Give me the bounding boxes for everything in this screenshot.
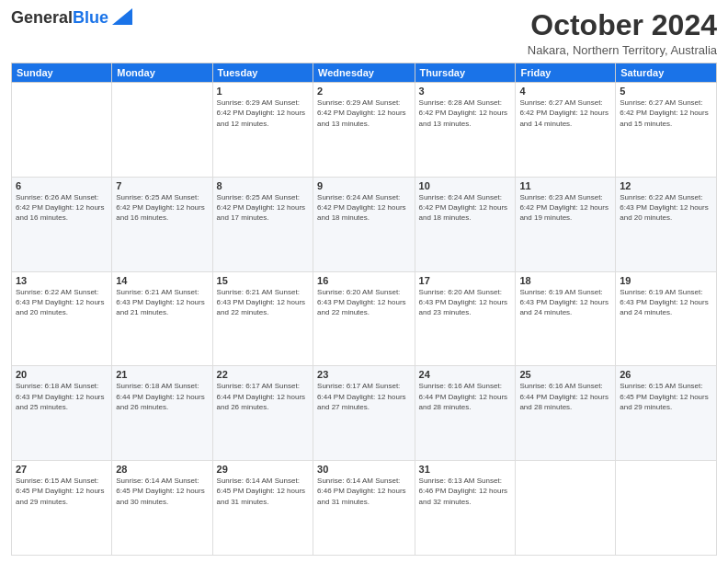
header-sunday: Sunday	[12, 63, 112, 83]
day-number: 27	[16, 464, 108, 475]
day-number: 20	[16, 369, 108, 380]
day-info: Sunrise: 6:14 AM Sunset: 6:45 PM Dayligh…	[217, 476, 309, 507]
header-wednesday: Wednesday	[313, 63, 415, 83]
day-info: Sunrise: 6:24 AM Sunset: 6:42 PM Dayligh…	[317, 192, 411, 224]
day-number: 10	[419, 180, 512, 191]
calendar-cell: 13Sunrise: 6:22 AM Sunset: 6:43 PM Dayli…	[12, 271, 112, 366]
calendar-cell: 29Sunrise: 6:14 AM Sunset: 6:45 PM Dayli…	[212, 461, 313, 556]
day-number: 15	[217, 275, 309, 286]
calendar-cell	[516, 461, 616, 556]
day-number: 2	[317, 86, 411, 97]
day-info: Sunrise: 6:13 AM Sunset: 6:46 PM Dayligh…	[419, 476, 512, 507]
day-info: Sunrise: 6:26 AM Sunset: 6:42 PM Dayligh…	[16, 192, 108, 224]
day-number: 12	[620, 180, 712, 191]
calendar-week-2: 13Sunrise: 6:22 AM Sunset: 6:43 PM Dayli…	[12, 271, 717, 366]
calendar-cell: 27Sunrise: 6:15 AM Sunset: 6:45 PM Dayli…	[12, 461, 112, 556]
calendar-cell: 25Sunrise: 6:16 AM Sunset: 6:44 PM Dayli…	[516, 366, 616, 461]
header: GeneralBlue October 2024 Nakara, Norther…	[11, 9, 717, 57]
header-tuesday: Tuesday	[212, 63, 313, 83]
day-number: 8	[217, 180, 309, 191]
calendar-cell: 21Sunrise: 6:18 AM Sunset: 6:44 PM Dayli…	[112, 366, 212, 461]
day-number: 11	[519, 180, 611, 191]
calendar-cell: 10Sunrise: 6:24 AM Sunset: 6:42 PM Dayli…	[415, 177, 516, 271]
calendar-cell: 4Sunrise: 6:27 AM Sunset: 6:42 PM Daylig…	[516, 83, 616, 178]
day-info: Sunrise: 6:25 AM Sunset: 6:42 PM Dayligh…	[217, 192, 309, 224]
day-info: Sunrise: 6:15 AM Sunset: 6:45 PM Dayligh…	[16, 476, 108, 507]
day-number: 29	[217, 464, 309, 475]
day-number: 21	[116, 369, 208, 380]
day-info: Sunrise: 6:21 AM Sunset: 6:43 PM Dayligh…	[217, 287, 309, 318]
calendar-cell	[12, 83, 112, 178]
calendar-cell: 17Sunrise: 6:20 AM Sunset: 6:43 PM Dayli…	[415, 271, 516, 366]
day-number: 7	[116, 180, 208, 191]
day-info: Sunrise: 6:20 AM Sunset: 6:43 PM Dayligh…	[419, 287, 512, 318]
day-number: 19	[620, 275, 712, 286]
calendar-cell	[112, 83, 212, 178]
day-info: Sunrise: 6:18 AM Sunset: 6:43 PM Dayligh…	[16, 381, 108, 412]
calendar-cell: 19Sunrise: 6:19 AM Sunset: 6:43 PM Dayli…	[616, 271, 717, 366]
day-number: 17	[419, 275, 512, 286]
calendar-cell: 11Sunrise: 6:23 AM Sunset: 6:42 PM Dayli…	[516, 177, 616, 271]
day-info: Sunrise: 6:29 AM Sunset: 6:42 PM Dayligh…	[317, 98, 411, 129]
day-info: Sunrise: 6:22 AM Sunset: 6:43 PM Dayligh…	[620, 192, 712, 224]
calendar-header: Sunday Monday Tuesday Wednesday Thursday…	[12, 63, 717, 83]
day-number: 31	[419, 464, 512, 475]
calendar-week-3: 20Sunrise: 6:18 AM Sunset: 6:43 PM Dayli…	[12, 366, 717, 461]
day-info: Sunrise: 6:15 AM Sunset: 6:45 PM Dayligh…	[620, 381, 712, 412]
day-info: Sunrise: 6:27 AM Sunset: 6:42 PM Dayligh…	[519, 98, 611, 129]
day-info: Sunrise: 6:14 AM Sunset: 6:46 PM Dayligh…	[317, 476, 411, 507]
day-number: 24	[419, 369, 512, 380]
day-info: Sunrise: 6:28 AM Sunset: 6:42 PM Dayligh…	[419, 98, 512, 129]
calendar-cell: 30Sunrise: 6:14 AM Sunset: 6:46 PM Dayli…	[313, 461, 415, 556]
calendar-cell: 1Sunrise: 6:29 AM Sunset: 6:42 PM Daylig…	[212, 83, 313, 178]
calendar-cell: 22Sunrise: 6:17 AM Sunset: 6:44 PM Dayli…	[212, 366, 313, 461]
day-info: Sunrise: 6:19 AM Sunset: 6:43 PM Dayligh…	[620, 287, 712, 318]
day-info: Sunrise: 6:21 AM Sunset: 6:43 PM Dayligh…	[116, 287, 208, 318]
calendar-cell: 15Sunrise: 6:21 AM Sunset: 6:43 PM Dayli…	[212, 271, 313, 366]
calendar-week-4: 27Sunrise: 6:15 AM Sunset: 6:45 PM Dayli…	[12, 461, 717, 556]
location: Nakara, Northern Territory, Australia	[528, 43, 717, 57]
calendar-cell: 31Sunrise: 6:13 AM Sunset: 6:46 PM Dayli…	[415, 461, 516, 556]
day-number: 18	[519, 275, 611, 286]
day-number: 4	[519, 86, 611, 97]
calendar-cell: 8Sunrise: 6:25 AM Sunset: 6:42 PM Daylig…	[212, 177, 313, 271]
day-info: Sunrise: 6:29 AM Sunset: 6:42 PM Dayligh…	[217, 98, 309, 129]
day-number: 13	[16, 275, 108, 286]
calendar-body: 1Sunrise: 6:29 AM Sunset: 6:42 PM Daylig…	[12, 83, 717, 556]
day-info: Sunrise: 6:17 AM Sunset: 6:44 PM Dayligh…	[217, 381, 309, 412]
day-number: 22	[217, 369, 309, 380]
header-saturday: Saturday	[616, 63, 717, 83]
calendar-week-1: 6Sunrise: 6:26 AM Sunset: 6:42 PM Daylig…	[12, 177, 717, 271]
day-info: Sunrise: 6:18 AM Sunset: 6:44 PM Dayligh…	[116, 381, 208, 412]
day-info: Sunrise: 6:25 AM Sunset: 6:42 PM Dayligh…	[116, 192, 208, 224]
svg-marker-0	[112, 8, 132, 25]
calendar-cell: 28Sunrise: 6:14 AM Sunset: 6:45 PM Dayli…	[112, 461, 212, 556]
calendar-cell: 20Sunrise: 6:18 AM Sunset: 6:43 PM Dayli…	[12, 366, 112, 461]
day-info: Sunrise: 6:22 AM Sunset: 6:43 PM Dayligh…	[16, 287, 108, 318]
header-thursday: Thursday	[415, 63, 516, 83]
day-info: Sunrise: 6:23 AM Sunset: 6:42 PM Dayligh…	[519, 192, 611, 224]
day-number: 30	[317, 464, 411, 475]
day-number: 28	[116, 464, 208, 475]
day-number: 25	[519, 369, 611, 380]
day-number: 14	[116, 275, 208, 286]
title-area: October 2024 Nakara, Northern Territory,…	[528, 9, 717, 57]
calendar-page: GeneralBlue October 2024 Nakara, Norther…	[0, 0, 728, 563]
day-number: 9	[317, 180, 411, 191]
calendar-cell: 3Sunrise: 6:28 AM Sunset: 6:42 PM Daylig…	[415, 83, 516, 178]
header-monday: Monday	[112, 63, 212, 83]
day-info: Sunrise: 6:17 AM Sunset: 6:44 PM Dayligh…	[317, 381, 411, 412]
calendar-cell: 5Sunrise: 6:27 AM Sunset: 6:42 PM Daylig…	[616, 83, 717, 178]
header-friday: Friday	[516, 63, 616, 83]
calendar-cell: 12Sunrise: 6:22 AM Sunset: 6:43 PM Dayli…	[616, 177, 717, 271]
logo-icon	[112, 8, 132, 25]
calendar-cell: 18Sunrise: 6:19 AM Sunset: 6:43 PM Dayli…	[516, 271, 616, 366]
day-number: 6	[16, 180, 108, 191]
logo-blue: Blue	[73, 8, 108, 27]
calendar: Sunday Monday Tuesday Wednesday Thursday…	[11, 63, 717, 556]
day-info: Sunrise: 6:24 AM Sunset: 6:42 PM Dayligh…	[419, 192, 512, 224]
day-info: Sunrise: 6:16 AM Sunset: 6:44 PM Dayligh…	[419, 381, 512, 412]
logo-text: GeneralBlue	[11, 9, 108, 28]
calendar-cell: 9Sunrise: 6:24 AM Sunset: 6:42 PM Daylig…	[313, 177, 415, 271]
logo: GeneralBlue	[11, 9, 132, 28]
